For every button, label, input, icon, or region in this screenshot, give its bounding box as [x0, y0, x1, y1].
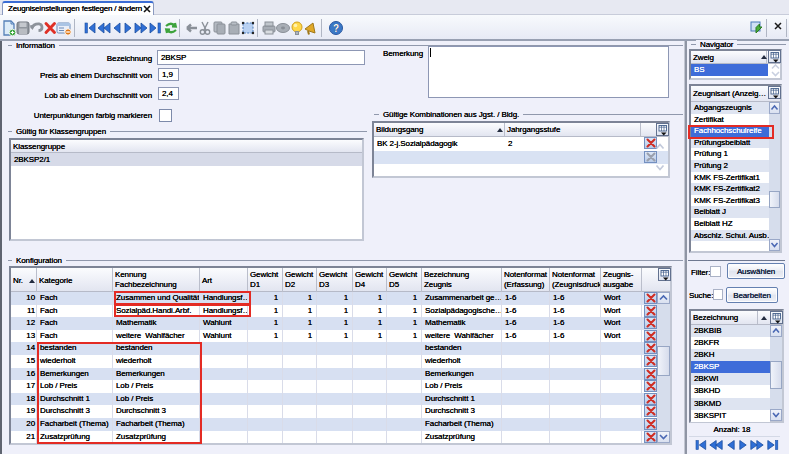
svg-text:?: ?: [333, 23, 339, 34]
